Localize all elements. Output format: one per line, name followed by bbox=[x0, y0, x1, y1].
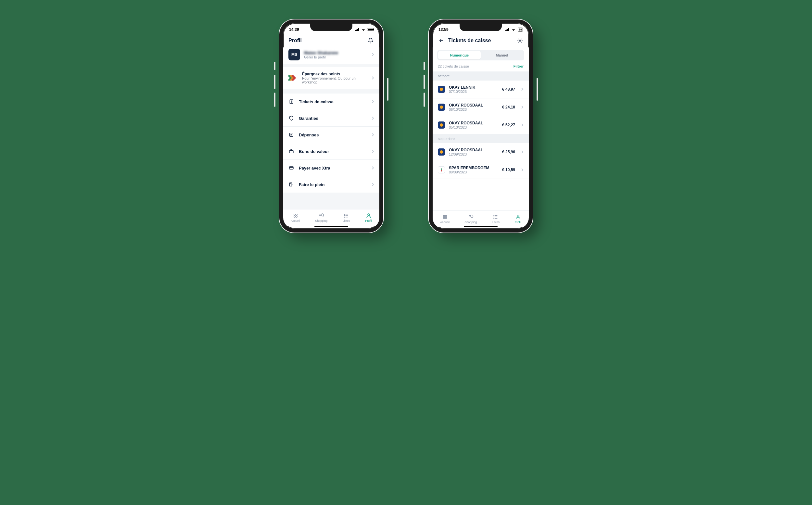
svg-rect-1 bbox=[356, 29, 357, 31]
chevron-right-icon bbox=[371, 149, 374, 153]
svg-line-24 bbox=[323, 216, 324, 216]
receipt-count: 22 tickets de caisse bbox=[438, 64, 469, 68]
menu-group: Tickets de caisse Garanties Dépenses bbox=[283, 94, 379, 193]
receipts-content: Numérique Manuel 22 tickets de caisse Fi… bbox=[433, 47, 529, 210]
tab-home[interactable]: Accueil bbox=[440, 214, 450, 224]
segment-manual[interactable]: Manuel bbox=[481, 51, 523, 59]
tab-home[interactable]: Accueil bbox=[291, 213, 300, 222]
shopping-icon bbox=[468, 214, 474, 220]
receipt-amount: € 24,10 bbox=[502, 105, 515, 110]
side-button bbox=[274, 75, 276, 89]
signal-icon bbox=[505, 28, 510, 31]
receipt-item[interactable]: SPAR EREMBODGEM 09/09/2023 € 10,59 bbox=[433, 161, 529, 179]
home-icon bbox=[293, 213, 299, 218]
svg-rect-2 bbox=[357, 29, 358, 31]
menu-item-warranties[interactable]: Garanties bbox=[283, 110, 379, 127]
store-logo-okay bbox=[438, 122, 445, 129]
content-area: MS Mateo Shakanew Gérer le profil Épargn… bbox=[283, 47, 379, 209]
svg-rect-34 bbox=[507, 29, 508, 31]
points-title: Épargnez des points bbox=[302, 72, 368, 76]
profile-icon bbox=[515, 214, 521, 220]
points-text: Épargnez des points Pour l'environnement… bbox=[302, 72, 368, 84]
store-logo-spar bbox=[438, 166, 445, 173]
battery-badge: 79 bbox=[518, 28, 523, 31]
status-bar: 13:59 79 bbox=[433, 23, 529, 36]
tab-label: Profil bbox=[514, 220, 521, 224]
chevron-right-icon bbox=[371, 133, 374, 137]
chevron-right-icon bbox=[371, 182, 374, 186]
chevron-right-icon bbox=[521, 168, 524, 172]
chevron-right-icon bbox=[521, 88, 524, 91]
menu-item-fuel[interactable]: Faire le plein bbox=[283, 176, 379, 193]
page-header: Profil bbox=[283, 36, 379, 47]
svg-rect-13 bbox=[289, 167, 293, 169]
svg-point-40 bbox=[440, 150, 443, 154]
points-chevrons-icon bbox=[288, 73, 298, 83]
segment-control: Numérique Manuel bbox=[437, 50, 524, 60]
receipt-store-name: OKAY ROOSDAAL bbox=[449, 121, 498, 125]
notification-bell-icon[interactable] bbox=[367, 37, 374, 44]
tab-bar: Accueil Shopping Listes Profil bbox=[433, 210, 529, 227]
shield-icon bbox=[288, 115, 294, 121]
segment-digital[interactable]: Numérique bbox=[438, 51, 481, 59]
side-button bbox=[424, 75, 425, 89]
tab-lists[interactable]: Listes bbox=[492, 214, 500, 224]
svg-point-43 bbox=[445, 215, 447, 217]
svg-point-56 bbox=[517, 215, 519, 217]
svg-rect-32 bbox=[505, 30, 506, 31]
tab-shopping[interactable]: Shopping bbox=[315, 213, 327, 222]
tab-bar: Accueil Shopping Listes Profil bbox=[283, 209, 379, 226]
receipt-item[interactable]: OKAY ROOSDAAL 12/09/2023 € 25,96 bbox=[433, 143, 529, 161]
receipt-amount: € 48,97 bbox=[502, 87, 515, 92]
settings-gear-icon[interactable] bbox=[516, 37, 524, 44]
status-time: 14:39 bbox=[289, 27, 299, 32]
status-time: 13:59 bbox=[439, 27, 449, 32]
svg-rect-35 bbox=[508, 28, 509, 31]
profile-name: Mateo Shakanew bbox=[304, 50, 368, 55]
tab-lists[interactable]: Listes bbox=[343, 213, 350, 222]
menu-item-vouchers[interactable]: Bons de valeur bbox=[283, 143, 379, 160]
tab-label: Profil bbox=[365, 219, 372, 222]
svg-point-38 bbox=[440, 106, 443, 109]
page-header: Tickets de caisse bbox=[433, 36, 529, 47]
svg-point-36 bbox=[519, 40, 521, 41]
wifi-icon bbox=[361, 28, 366, 31]
store-logo-okay bbox=[438, 86, 445, 93]
svg-rect-33 bbox=[506, 29, 507, 31]
home-indicator bbox=[464, 226, 498, 227]
receipt-item[interactable]: OKAY ROOSDAAL 05/10/2023 € 52,27 bbox=[433, 116, 529, 134]
home-icon bbox=[442, 214, 448, 220]
chart-icon bbox=[288, 132, 294, 138]
side-button bbox=[424, 62, 425, 70]
svg-point-48 bbox=[471, 215, 473, 217]
points-card[interactable]: Épargnez des points Pour l'environnement… bbox=[283, 67, 379, 89]
svg-point-23 bbox=[321, 214, 324, 216]
svg-rect-12 bbox=[289, 150, 293, 153]
tab-profile[interactable]: Profil bbox=[514, 214, 521, 224]
receipt-amount: € 10,59 bbox=[502, 168, 515, 172]
svg-point-37 bbox=[440, 88, 443, 91]
tab-shopping[interactable]: Shopping bbox=[465, 214, 477, 224]
page-title: Tickets de caisse bbox=[448, 38, 491, 43]
menu-item-receipts[interactable]: Tickets de caisse bbox=[283, 94, 379, 110]
side-button bbox=[274, 62, 276, 70]
signal-icon bbox=[355, 28, 360, 31]
tab-label: Shopping bbox=[465, 220, 477, 224]
filter-button[interactable]: Filtrer bbox=[513, 64, 524, 68]
list-icon bbox=[343, 213, 349, 218]
receipt-item[interactable]: OKAY LENNIK 07/10/2023 € 48,97 bbox=[433, 80, 529, 99]
chevron-right-icon bbox=[371, 100, 374, 104]
back-arrow-icon[interactable] bbox=[438, 37, 445, 44]
svg-point-45 bbox=[445, 217, 447, 218]
menu-item-pay-xtra[interactable]: Payer avec Xtra bbox=[283, 160, 379, 176]
receipt-store-name: OKAY ROOSDAAL bbox=[449, 148, 498, 152]
avatar: MS bbox=[288, 49, 300, 60]
menu-item-expenses[interactable]: Dépenses bbox=[283, 127, 379, 143]
receipt-item[interactable]: OKAY ROOSDAAL 06/10/2023 € 24,10 bbox=[433, 99, 529, 116]
profile-card[interactable]: MS Mateo Shakanew Gérer le profil bbox=[283, 47, 379, 64]
receipt-info: OKAY LENNIK 07/10/2023 bbox=[449, 85, 498, 94]
page-title: Profil bbox=[288, 38, 302, 43]
receipt-amount: € 52,27 bbox=[502, 123, 515, 127]
tab-profile[interactable]: Profil bbox=[365, 213, 372, 222]
home-indicator bbox=[314, 226, 348, 227]
